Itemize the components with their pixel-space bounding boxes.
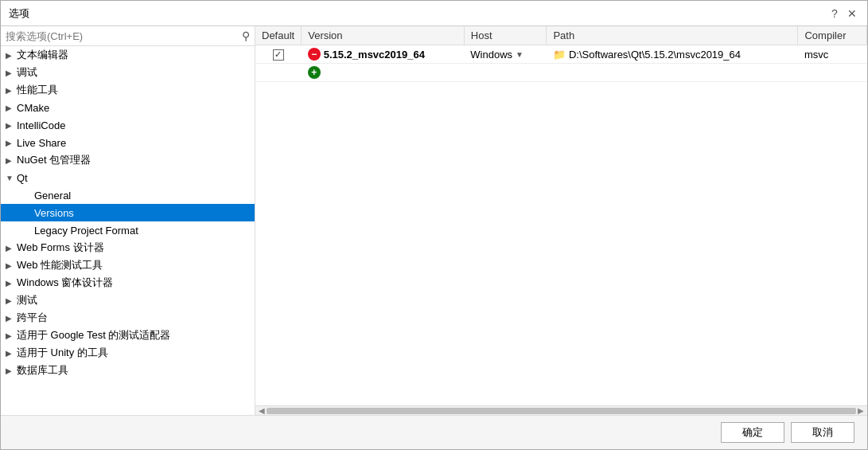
tree-arrow-unity-tools: ▶	[6, 349, 17, 358]
tree-label-web-forms: Web Forms 设计器	[17, 241, 250, 255]
scroll-left-arrow[interactable]: ◀	[257, 406, 267, 415]
left-panel: ⚲ ▶文本编辑器▶调试▶性能工具▶CMake▶IntelliCode▶Live …	[1, 26, 255, 415]
tree-arrow-nuget: ▶	[6, 156, 17, 165]
help-button[interactable]: ?	[827, 6, 842, 21]
options-dialog: 选项 ? ✕ ⚲ ▶文本编辑器▶调试▶性能工具▶CMake▶IntelliCod…	[0, 0, 868, 450]
tree-item-cmake[interactable]: ▶CMake	[1, 99, 255, 116]
col-host: Host	[464, 26, 547, 45]
tree-item-web-forms[interactable]: ▶Web Forms 设计器	[1, 239, 255, 256]
tree-item-windows-designer[interactable]: ▶Windows 窗体设计器	[1, 274, 255, 292]
version-cell: − 5.15.2_msvc2019_64	[302, 45, 465, 64]
remove-icon[interactable]: −	[308, 48, 321, 61]
tree-label-qt: Qt	[17, 172, 250, 184]
tree-item-qt-versions[interactable]: Versions	[1, 204, 255, 221]
path-text: D:\Softwares\Qt\5.15.2\msvc2019_64	[569, 49, 741, 61]
scroll-thumb-horizontal[interactable]	[267, 408, 856, 414]
add-version-cell[interactable]: +	[302, 64, 465, 82]
tree-label-test: 测试	[17, 293, 250, 307]
tree-item-nuget[interactable]: ▶NuGet 包管理器	[1, 151, 255, 169]
tree-arrow-test: ▶	[6, 296, 17, 305]
tree-label-windows-designer: Windows 窗体设计器	[17, 276, 250, 290]
tree-arrow-perf-tools: ▶	[6, 86, 17, 95]
tree-label-cross-platform: 跨平台	[17, 311, 250, 325]
table-row[interactable]: ✓ − 5.15.2_msvc2019_64 Windows ▼ 📁 D:\So…	[255, 45, 867, 64]
host-dropdown-arrow[interactable]: ▼	[516, 50, 524, 59]
dialog-footer: 确定 取消	[1, 415, 867, 449]
host-label: Windows	[470, 49, 512, 61]
tree-label-qt-versions: Versions	[34, 207, 250, 219]
horizontal-scrollbar[interactable]: ◀ ▶	[255, 405, 867, 415]
tree-label-unity-tools: 适用于 Unity 的工具	[17, 346, 250, 360]
tree-arrow-debug: ▶	[6, 68, 17, 77]
tree-arrow-data-tools: ▶	[6, 366, 17, 375]
tree-label-nuget: NuGet 包管理器	[17, 153, 250, 167]
versions-table: Default Version Host Path Compiler ✓ − 5…	[255, 26, 867, 82]
tree-label-live-share: Live Share	[17, 137, 250, 149]
col-path: Path	[547, 26, 798, 45]
close-button[interactable]: ✕	[845, 6, 859, 21]
default-checkbox-cell[interactable]: ✓	[255, 45, 302, 64]
add-icon[interactable]: +	[308, 66, 321, 79]
add-version-row[interactable]: +	[255, 64, 867, 82]
path-cell: 📁 D:\Softwares\Qt\5.15.2\msvc2019_64	[547, 45, 798, 64]
dialog-title: 选项	[9, 6, 29, 21]
tree-arrow-windows-designer: ▶	[6, 279, 17, 288]
tree-item-data-tools[interactable]: ▶数据库工具	[1, 362, 255, 379]
tree-arrow-intellicode: ▶	[6, 121, 17, 130]
tree-item-test[interactable]: ▶测试	[1, 292, 255, 309]
tree-label-data-tools: 数据库工具	[17, 363, 250, 378]
tree-arrow-live-share: ▶	[6, 139, 17, 147]
tree-label-qt-general: General	[34, 190, 250, 202]
tree-item-qt-legacy[interactable]: Legacy Project Format	[1, 221, 255, 239]
col-version: Version	[302, 26, 465, 45]
folder-icon: 📁	[553, 49, 566, 61]
tree-arrow-text-editor: ▶	[6, 51, 17, 60]
ok-button[interactable]: 确定	[721, 422, 784, 443]
table-area[interactable]: Default Version Host Path Compiler ✓ − 5…	[255, 26, 867, 405]
default-checkbox[interactable]: ✓	[273, 49, 284, 61]
tree-label-text-editor: 文本编辑器	[17, 48, 250, 62]
tree-item-live-share[interactable]: ▶Live Share	[1, 134, 255, 151]
tree-item-google-test[interactable]: ▶适用于 Google Test 的测试适配器	[1, 327, 255, 344]
cancel-button[interactable]: 取消	[791, 422, 854, 443]
tree-container[interactable]: ▶文本编辑器▶调试▶性能工具▶CMake▶IntelliCode▶Live Sh…	[1, 46, 255, 415]
tree-item-intellicode[interactable]: ▶IntelliCode	[1, 116, 255, 134]
add-checkbox-cell	[255, 64, 302, 82]
title-bar: 选项 ? ✕	[1, 1, 867, 26]
tree-item-cross-platform[interactable]: ▶跨平台	[1, 309, 255, 327]
tree-label-web-perf: Web 性能测试工具	[17, 258, 250, 272]
search-input[interactable]	[6, 30, 239, 42]
tree-item-qt-general[interactable]: General	[1, 186, 255, 204]
table-header-row: Default Version Host Path Compiler	[255, 26, 867, 45]
tree-arrow-qt: ▼	[6, 174, 17, 182]
search-icon: ⚲	[242, 29, 250, 42]
compiler-cell: msvc	[798, 45, 867, 64]
dialog-body: ⚲ ▶文本编辑器▶调试▶性能工具▶CMake▶IntelliCode▶Live …	[1, 26, 867, 415]
tree-arrow-web-perf: ▶	[6, 261, 17, 270]
tree-arrow-cross-platform: ▶	[6, 314, 17, 323]
right-panel: Default Version Host Path Compiler ✓ − 5…	[255, 26, 867, 415]
tree-label-qt-legacy: Legacy Project Format	[34, 225, 250, 237]
tree-item-debug[interactable]: ▶调试	[1, 64, 255, 81]
compiler-text: msvc	[804, 49, 828, 61]
tree-arrow-web-forms: ▶	[6, 244, 17, 252]
tree-item-text-editor[interactable]: ▶文本编辑器	[1, 46, 255, 64]
tree-item-qt[interactable]: ▼Qt	[1, 169, 255, 186]
tree-item-unity-tools[interactable]: ▶适用于 Unity 的工具	[1, 344, 255, 362]
host-cell: Windows ▼	[464, 45, 547, 64]
tree-item-web-perf[interactable]: ▶Web 性能测试工具	[1, 256, 255, 274]
title-bar-buttons: ? ✕	[827, 6, 859, 21]
tree-label-intellicode: IntelliCode	[17, 119, 250, 131]
scroll-right-arrow[interactable]: ▶	[856, 406, 866, 415]
tree-arrow-google-test: ▶	[6, 331, 17, 340]
tree-item-perf-tools[interactable]: ▶性能工具	[1, 81, 255, 99]
add-compiler-cell	[798, 64, 867, 82]
tree-label-google-test: 适用于 Google Test 的测试适配器	[17, 328, 250, 342]
tree-arrow-cmake: ▶	[6, 104, 17, 112]
add-path-cell	[547, 64, 798, 82]
tree-label-cmake: CMake	[17, 102, 250, 114]
col-default: Default	[255, 26, 302, 45]
search-box: ⚲	[1, 26, 255, 46]
add-host-cell	[464, 64, 547, 82]
col-compiler: Compiler	[798, 26, 867, 45]
